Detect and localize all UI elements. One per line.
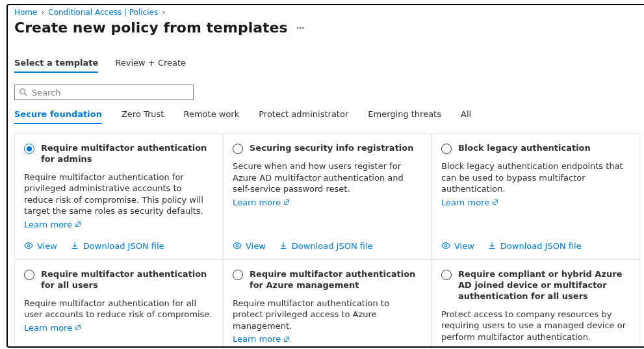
breadcrumb-home[interactable]: Home <box>14 8 37 17</box>
chevron-right-icon: › <box>41 8 44 17</box>
template-card-securing-info[interactable]: Securing security info registration Secu… <box>223 133 431 259</box>
template-card-block-legacy[interactable]: Block legacy authentication Block legacy… <box>431 133 640 259</box>
more-button[interactable]: ⋯ <box>297 23 305 32</box>
download-icon <box>279 241 288 250</box>
card-description: Require multifactor authentication for p… <box>24 172 213 217</box>
tab-zero-trust[interactable]: Zero Trust <box>122 109 164 124</box>
radio-button[interactable] <box>24 270 34 280</box>
template-card-compliant-device[interactable]: Require compliant or hybrid Azure AD joi… <box>431 259 640 348</box>
card-actions: View Download JSON file <box>441 229 630 251</box>
download-json-button[interactable]: Download JSON file <box>70 241 164 251</box>
learn-more-link[interactable]: Learn more <box>441 345 630 348</box>
external-link-icon <box>75 324 81 331</box>
radio-button[interactable] <box>441 270 452 280</box>
search-icon <box>19 88 28 97</box>
svg-point-4 <box>444 245 447 248</box>
external-link-icon <box>283 336 290 343</box>
view-button[interactable]: View <box>441 241 474 251</box>
view-button[interactable]: View <box>24 241 57 251</box>
radio-button[interactable] <box>441 144 452 154</box>
eye-icon <box>441 241 450 250</box>
card-description: Secure when and how users register for A… <box>233 161 422 195</box>
template-card-mfa-azure-mgmt[interactable]: Require multifactor authentication for A… <box>223 259 431 348</box>
card-description: Require multifactor authentication for a… <box>24 298 213 320</box>
svg-line-1 <box>25 94 27 96</box>
breadcrumb-conditional-access[interactable]: Conditional Access | Policies <box>48 8 158 17</box>
radio-button[interactable] <box>24 144 34 154</box>
learn-more-link[interactable]: Learn more <box>441 198 630 207</box>
chevron-right-icon: › <box>162 8 165 17</box>
download-json-button[interactable]: Download JSON file <box>279 241 373 251</box>
download-json-button[interactable]: Download JSON file <box>487 241 582 251</box>
svg-point-3 <box>236 245 238 248</box>
template-grid: Require multifactor authentication for a… <box>14 133 640 348</box>
card-title: Securing security info registration <box>250 143 414 154</box>
card-title: Require multifactor authentication for a… <box>41 269 213 291</box>
breadcrumb: Home › Conditional Access | Policies › <box>14 8 640 17</box>
learn-more-link[interactable]: Learn more <box>233 334 422 344</box>
tab-review-create[interactable]: Review + Create <box>115 58 186 73</box>
learn-more-link[interactable]: Learn more <box>233 198 422 207</box>
card-description: Protect access to company resources by r… <box>441 309 630 343</box>
template-card-mfa-admins[interactable]: Require multifactor authentication for a… <box>14 133 223 259</box>
card-actions: View Download JSON file <box>24 229 213 251</box>
category-tabs: Secure foundation Zero Trust Remote work… <box>14 109 640 124</box>
learn-more-link[interactable]: Learn more <box>24 220 213 229</box>
card-title: Block legacy authentication <box>458 143 591 154</box>
view-button[interactable]: View <box>233 241 266 251</box>
page-title: Create new policy from templates ⋯ <box>14 19 640 36</box>
card-title: Require compliant or hybrid Azure AD joi… <box>458 269 630 302</box>
eye-icon <box>233 241 242 250</box>
eye-icon <box>24 241 33 250</box>
tab-all[interactable]: All <box>461 109 471 124</box>
learn-more-link[interactable]: Learn more <box>24 323 213 333</box>
external-link-icon <box>283 199 290 205</box>
tab-emerging-threats[interactable]: Emerging threats <box>368 109 441 124</box>
external-link-icon <box>492 199 498 205</box>
primary-tabs: Select a template Review + Create <box>14 58 640 73</box>
card-description: Require multifactor authentication to pr… <box>233 298 422 332</box>
radio-button[interactable] <box>233 144 243 154</box>
card-title: Require multifactor authentication for A… <box>250 269 422 291</box>
search-box[interactable] <box>14 84 194 100</box>
download-icon <box>70 241 79 250</box>
radio-button[interactable] <box>233 270 243 280</box>
external-link-icon <box>75 221 81 227</box>
external-link-icon <box>492 347 498 348</box>
card-description: Block legacy authentication endpoints th… <box>441 161 630 195</box>
tab-remote-work[interactable]: Remote work <box>183 109 239 124</box>
tab-secure-foundation[interactable]: Secure foundation <box>14 109 102 124</box>
template-card-mfa-all-users[interactable]: Require multifactor authentication for a… <box>14 259 223 348</box>
download-icon <box>487 241 496 250</box>
svg-point-2 <box>27 245 30 248</box>
tab-select-template[interactable]: Select a template <box>14 58 98 73</box>
search-input[interactable] <box>32 88 189 97</box>
svg-point-0 <box>20 89 25 94</box>
card-actions: View Download JSON file <box>233 229 422 251</box>
card-title: Require multifactor authentication for a… <box>41 143 213 165</box>
tab-protect-administrator[interactable]: Protect administrator <box>259 109 348 124</box>
